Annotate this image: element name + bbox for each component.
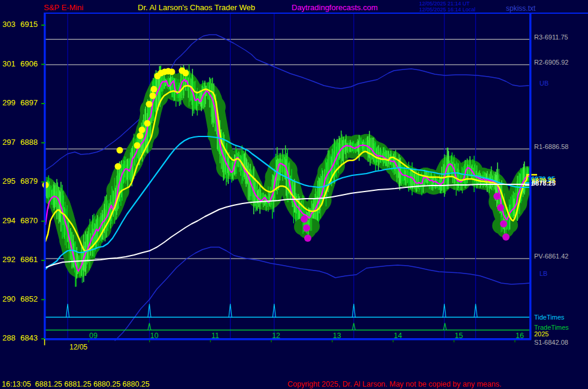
price-tag-white: 6878.25 (532, 180, 556, 187)
pivot-label-r2: R2-6905.92 (534, 59, 569, 66)
y-axis-price-label: 6888 (20, 138, 38, 146)
year-label: 2025 (534, 331, 548, 338)
y-axis-cash-label: 301 (2, 60, 16, 68)
y-axis-price-label: 6879 (20, 177, 38, 185)
y-axis-price-label: 6906 (20, 60, 38, 68)
x-axis-hour-label: 10 (150, 332, 159, 340)
site-link[interactable]: Daytradingforecasts.com (292, 4, 378, 11)
pivot-label-s1: S1-6842.08 (534, 339, 568, 346)
sell-signal-dot (144, 120, 151, 127)
buy-signal-dot (502, 233, 510, 241)
status-quote-bar: 16:13:05 6881.25 6881.25 6880.25 6880.25 (2, 381, 150, 388)
buy-signal-dot (301, 215, 308, 223)
timestamp-local: 12/05/2025 16:14 Local (419, 7, 475, 13)
lower-band-label: LB (539, 271, 547, 277)
timestamp-ut: 12/05/2025 21:14 UT (419, 1, 470, 7)
y-axis-price-label: 6915 (20, 20, 38, 28)
x-axis-hour-label: 16 (516, 332, 524, 340)
x-axis-hour-label: 14 (394, 332, 402, 340)
pivot-label-pv: PV-6861.42 (534, 253, 569, 260)
y-axis-cash-label: 294 (2, 217, 16, 224)
x-axis-hour-label: 15 (454, 332, 463, 340)
sell-signal-dot (116, 147, 123, 154)
copyright-notice: Copyright 2025, Dr. Al Larson. May not b… (287, 381, 501, 388)
buy-signal-dot (500, 220, 507, 227)
tide-times-label: TideTimes (534, 314, 565, 321)
buy-signal-dot (304, 235, 311, 242)
y-axis-cash-label: 292 (2, 256, 16, 263)
x-axis-hour-label: 12 (272, 332, 280, 340)
y-axis-price-label: 6861 (20, 256, 38, 263)
buy-signal-dot (303, 224, 310, 232)
sell-signal-dot (114, 163, 121, 170)
sell-signal-dot (168, 68, 175, 75)
y-axis-cash-label: 290 (2, 295, 16, 303)
sell-signal-dot (150, 86, 157, 93)
pivot-label-r1: R1-6886.58 (534, 144, 569, 150)
sell-signal-dot (134, 142, 141, 149)
x-axis-hour-label: 13 (333, 332, 341, 340)
y-axis-cash-label: 288 (2, 334, 16, 342)
y-axis-cash-label: 297 (2, 138, 16, 146)
chart-file-label: spkiss.txt (506, 5, 535, 12)
session-date-label: 12/05 (69, 344, 87, 351)
chart-window: S&P E-Mini Dr. Al Larson's Chaos Trader … (0, 0, 588, 389)
sell-signal-dot (137, 132, 144, 139)
y-axis-cash-label: 299 (2, 99, 16, 107)
symbol-label: S&P E-Mini (44, 4, 83, 11)
y-axis-price-label: 6852 (20, 295, 38, 303)
price-chart-canvas[interactable] (0, 0, 588, 389)
buy-signal-dot (493, 193, 501, 200)
buy-signal-dot (497, 204, 504, 211)
sell-signal-dot (150, 93, 156, 99)
y-axis-price-label: 6897 (20, 99, 38, 107)
pivot-label-r3: R3-6911.75 (534, 34, 568, 41)
y-axis-price-label: 6870 (20, 217, 38, 224)
sell-signal-dot (146, 101, 153, 107)
x-axis-hour-label: 11 (211, 332, 219, 340)
y-axis-cash-label: 295 (2, 177, 16, 185)
x-axis-hour-label: 09 (89, 332, 98, 340)
page-title: Dr. Al Larson's Chaos Trader Web (138, 4, 255, 11)
y-axis-price-label: 6843 (20, 334, 38, 342)
frame-left (44, 13, 46, 340)
frame-top (44, 13, 588, 14)
sell-signal-dot (139, 127, 146, 133)
sell-signal-dot (183, 70, 189, 77)
y-axis-cash-label: 303 (2, 20, 16, 28)
upper-band-label: UB (539, 80, 548, 87)
